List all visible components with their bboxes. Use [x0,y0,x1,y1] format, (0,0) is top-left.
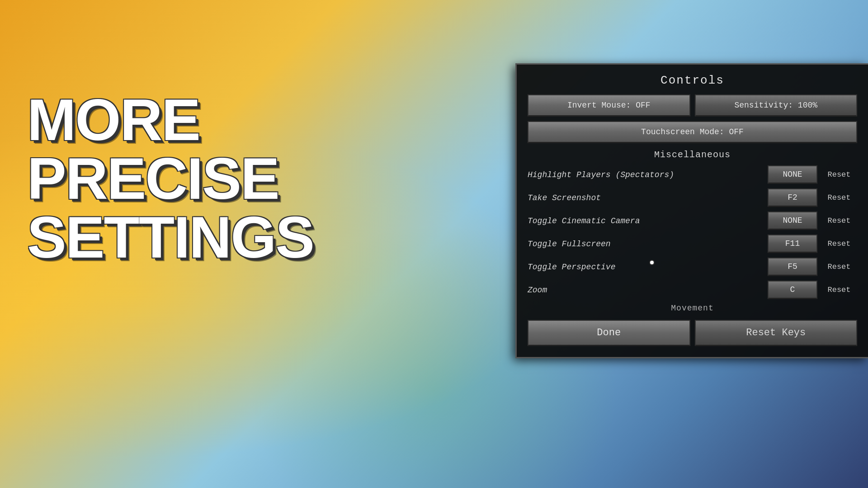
keybind-key-cinematic[interactable]: NONE [768,211,817,230]
hero-text: MORE PRECISE SETTINGS [27,90,314,267]
keybind-label-cinematic: Toggle Cinematic Camera [528,216,768,225]
keybind-label-screenshot: Take Screenshot [528,193,768,202]
panel-title: Controls [528,74,857,87]
hero-line2: PRECISE [27,145,279,211]
keybind-key-highlight[interactable]: NONE [768,165,817,184]
misc-section-title: Miscellaneous [528,150,857,160]
controls-panel: Controls Invert Mouse: OFF Sensitivity: … [515,63,868,358]
keybind-reset-fullscreen[interactable]: Reset [821,239,857,248]
movement-section-title: Movement [528,304,857,313]
keybind-key-zoom[interactable]: C [768,281,817,299]
keybind-label-fullscreen: Toggle Fullscreen [528,239,768,249]
touchscreen-mode-button[interactable]: Touchscreen Mode: OFF [528,121,857,143]
keybind-row: Toggle Perspective F5 Reset [528,257,857,277]
keybind-key-perspective[interactable]: F5 [768,258,817,276]
keybind-reset-perspective[interactable]: Reset [821,263,857,271]
keybind-label-perspective: Toggle Perspective [528,263,768,272]
hero-line3: SETTINGS [27,204,314,270]
keybind-label-zoom: Zoom [528,286,768,295]
hero-line1: MORE [27,87,200,153]
bottom-buttons-row: Done Reset Keys [528,320,857,346]
keybind-key-screenshot[interactable]: F2 [768,188,817,207]
keybind-row: Toggle Fullscreen F11 Reset [528,234,857,254]
keybind-key-fullscreen[interactable]: F11 [768,235,817,253]
keybind-row: Highlight Players (Spectators) NONE Rese… [528,164,857,185]
keybind-reset-zoom[interactable]: Reset [821,286,857,294]
sensitivity-button[interactable]: Sensitivity: 100% [695,94,858,117]
keybind-row: Zoom C Reset [528,280,857,300]
keybind-row: Toggle Cinematic Camera NONE Reset [528,211,857,231]
reset-keys-button[interactable]: Reset Keys [695,320,858,346]
keybind-reset-screenshot[interactable]: Reset [821,193,857,202]
keybind-reset-cinematic[interactable]: Reset [821,216,857,225]
invert-mouse-button[interactable]: Invert Mouse: OFF [528,94,690,117]
done-button[interactable]: Done [528,320,690,346]
keybind-label-highlight: Highlight Players (Spectators) [528,170,768,179]
keybind-reset-highlight[interactable]: Reset [821,170,857,179]
top-buttons-row: Invert Mouse: OFF Sensitivity: 100% [528,94,857,117]
keybind-row: Take Screenshot F2 Reset [528,188,857,208]
